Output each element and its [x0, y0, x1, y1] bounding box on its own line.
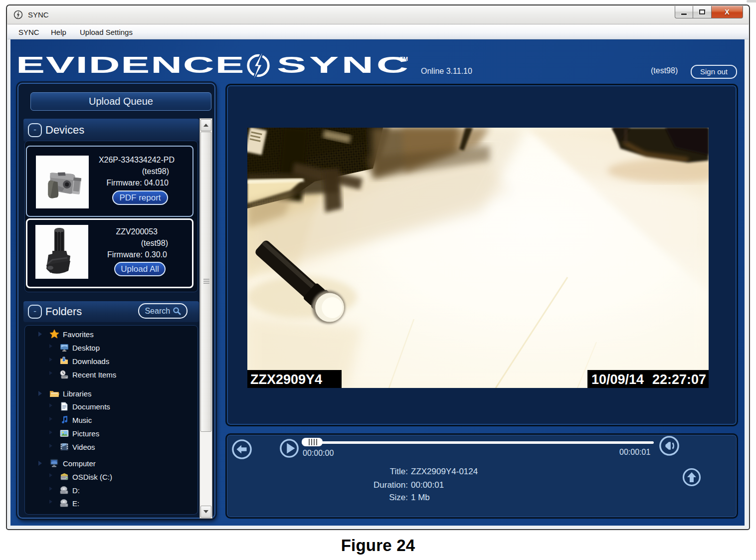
svg-text:10/09/14: 10/09/14	[591, 372, 644, 387]
svg-text:ZZX2909Y4: ZZX2909Y4	[250, 372, 322, 387]
svg-text:22:27:07: 22:27:07	[652, 372, 706, 387]
